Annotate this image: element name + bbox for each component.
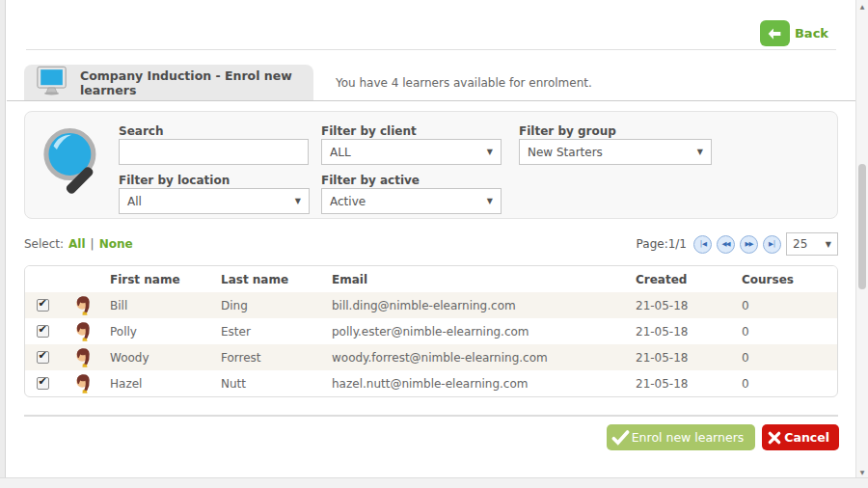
- enrol-new-learners-button[interactable]: Enrol new learners: [607, 424, 756, 450]
- chevron-down-icon: ▼: [487, 197, 493, 205]
- bottom-divider: [24, 415, 838, 417]
- filter-client-select[interactable]: ALL ▼: [321, 139, 502, 165]
- filter-location-value: All: [127, 195, 142, 208]
- filter-group-label: Filter by group: [519, 124, 616, 138]
- scroll-up-icon[interactable]: ▲: [856, 0, 868, 12]
- search-input[interactable]: [119, 139, 309, 165]
- header-created: Created: [636, 273, 742, 286]
- main-content: Back Company Induction - Enrol new learn…: [7, 0, 855, 477]
- select-links: Select: All | None: [24, 237, 133, 251]
- chevron-down-icon: ▼: [295, 197, 301, 205]
- filter-active-value: Active: [330, 195, 366, 208]
- back-arrow-icon: [760, 20, 790, 46]
- header-email: Email: [332, 273, 636, 286]
- pagination: Page:1/1 │◀ ◀◀ ▶▶ ▶│ 25 ▼: [637, 232, 838, 256]
- row-checkbox[interactable]: [37, 351, 49, 364]
- learner-avatar-icon: [60, 321, 110, 342]
- row-checkbox[interactable]: [37, 299, 49, 312]
- cancel-button[interactable]: Cancel: [762, 424, 839, 450]
- filter-client-label: Filter by client: [321, 124, 417, 138]
- top-divider: [26, 49, 836, 50]
- cell-last-name: Ester: [221, 325, 332, 339]
- cell-email: polly.ester@nimble-elearning.com: [332, 325, 636, 339]
- cell-first-name: Polly: [110, 325, 221, 339]
- scroll-down-icon[interactable]: ▼: [856, 466, 868, 477]
- cell-created: 21-05-18: [636, 351, 742, 365]
- cell-email: woody.forrest@nimble-elearning.com: [332, 351, 636, 365]
- cell-courses: 0: [742, 299, 837, 312]
- search-icon: [41, 124, 114, 209]
- select-divider: |: [91, 237, 95, 251]
- learner-avatar-icon: [60, 295, 110, 316]
- header-last-name: Last name: [221, 273, 332, 286]
- filter-panel: Search Filter by client ALL ▼ Filter by …: [24, 111, 838, 219]
- header-first-name: First name: [110, 273, 221, 286]
- select-pagination-bar: Select: All | None Page:1/1 │◀ ◀◀ ▶▶ ▶│ …: [24, 232, 838, 256]
- tab-title: Company Induction - Enrol new learners: [80, 68, 313, 97]
- back-button[interactable]: Back: [760, 20, 828, 46]
- filter-location-select[interactable]: All ▼: [119, 188, 310, 214]
- row-checkbox[interactable]: [37, 325, 49, 338]
- cell-courses: 0: [742, 351, 837, 365]
- cell-courses: 0: [742, 325, 837, 339]
- enrolment-message: You have 4 learners available for enrolm…: [336, 76, 592, 90]
- filter-active-label: Filter by active: [321, 174, 420, 187]
- prev-page-button[interactable]: ◀◀: [717, 235, 735, 254]
- scrollbar[interactable]: ▲ ▼: [855, 0, 868, 477]
- last-page-button[interactable]: ▶│: [763, 235, 781, 254]
- page: Back Company Induction - Enrol new learn…: [0, 0, 868, 488]
- monitor-icon: [36, 66, 68, 99]
- window-bottom-edge: [0, 477, 868, 488]
- cell-first-name: Bill: [110, 299, 221, 312]
- cell-first-name: Hazel: [110, 377, 221, 391]
- table-row: Bill Ding bill.ding@nimble-elearning.com…: [25, 292, 837, 318]
- filter-group-value: New Starters: [528, 146, 603, 159]
- learners-table: First name Last name Email Created Cours…: [24, 265, 838, 397]
- cell-created: 21-05-18: [636, 325, 742, 339]
- x-icon: [767, 430, 782, 446]
- table-row: Hazel Nutt hazel.nutt@nimble-elearning.c…: [25, 370, 837, 396]
- header-courses: Courses: [742, 273, 837, 286]
- row-checkbox[interactable]: [37, 377, 49, 390]
- action-buttons: Enrol new learners Cancel: [7, 424, 839, 450]
- cell-courses: 0: [742, 377, 837, 391]
- chevron-down-icon: ▼: [697, 148, 703, 156]
- filter-group-select[interactable]: New Starters ▼: [519, 139, 712, 165]
- checkmark-icon: [611, 428, 630, 447]
- learner-avatar-icon: [60, 347, 110, 368]
- cell-created: 21-05-18: [636, 377, 742, 391]
- table-row: Woody Forrest woody.forrest@nimble-elear…: [25, 344, 837, 370]
- next-page-button[interactable]: ▶▶: [740, 235, 758, 254]
- filter-client-value: ALL: [330, 146, 351, 159]
- search-label: Search: [119, 124, 163, 138]
- page-size-value: 25: [793, 237, 807, 251]
- tab-company-induction[interactable]: Company Induction - Enrol new learners: [24, 65, 313, 100]
- table-row: Polly Ester polly.ester@nimble-elearning…: [25, 318, 837, 344]
- cell-created: 21-05-18: [636, 299, 742, 312]
- chevron-down-icon: ▼: [826, 240, 831, 249]
- cell-email: bill.ding@nimble-elearning.com: [332, 299, 636, 312]
- page-indicator: Page:1/1: [637, 237, 687, 251]
- filter-active-select[interactable]: Active ▼: [321, 188, 502, 214]
- filter-location-label: Filter by location: [119, 174, 230, 187]
- top-bar: Back: [7, 0, 855, 49]
- chevron-down-icon: ▼: [487, 148, 493, 156]
- table-header-row: First name Last name Email Created Cours…: [25, 266, 837, 292]
- cancel-label: Cancel: [784, 430, 829, 445]
- tab-bar: Company Induction - Enrol new learners Y…: [7, 65, 855, 101]
- select-none-link[interactable]: None: [99, 237, 133, 251]
- window-left-edge: [0, 0, 6, 488]
- page-size-select[interactable]: 25 ▼: [786, 232, 838, 256]
- first-page-button[interactable]: │◀: [693, 235, 712, 254]
- cell-last-name: Nutt: [221, 377, 332, 391]
- cell-first-name: Woody: [110, 351, 221, 365]
- learner-avatar-icon: [60, 373, 110, 394]
- select-label: Select:: [24, 237, 64, 251]
- cell-email: hazel.nutt@nimble-elearning.com: [332, 377, 636, 391]
- select-all-link[interactable]: All: [68, 237, 86, 251]
- scrollbar-thumb[interactable]: [858, 164, 866, 289]
- cell-last-name: Ding: [221, 299, 332, 312]
- enrol-label: Enrol new learners: [632, 430, 745, 445]
- cell-last-name: Forrest: [221, 351, 332, 365]
- back-label: Back: [795, 26, 828, 41]
